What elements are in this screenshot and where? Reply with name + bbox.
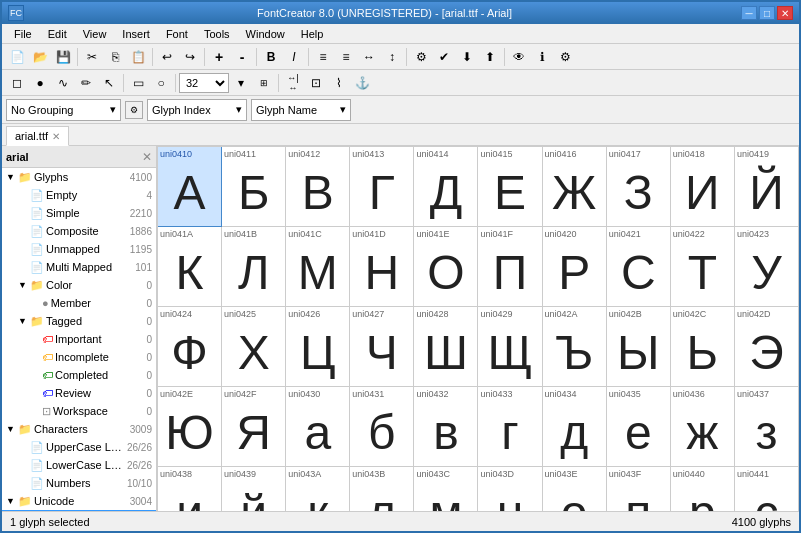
zoom-fit-btn[interactable]: ⊞ xyxy=(253,72,275,94)
glyph-cell[interactable]: uni0438 и xyxy=(158,467,222,511)
glyph-cell[interactable]: uni041B Л xyxy=(222,227,286,307)
flip-v-button[interactable]: ↕ xyxy=(381,46,403,68)
glyph-cell[interactable]: uni042A Ъ xyxy=(543,307,607,387)
glyph-cell[interactable]: uni043F п xyxy=(607,467,671,511)
glyph-cell[interactable]: uni042E Ю xyxy=(158,387,222,467)
glyph-cell[interactable]: uni0432 в xyxy=(414,387,478,467)
sidebar-item-tagged[interactable]: ▼ 📁 Tagged 0 xyxy=(2,312,156,330)
sidebar-item-member[interactable]: ● Member 0 xyxy=(2,294,156,312)
sidebar-item-numbers[interactable]: 📄 Numbers 10/10 xyxy=(2,474,156,492)
paste-button[interactable]: 📋 xyxy=(127,46,149,68)
glyph-cell[interactable]: uni0419 Й xyxy=(735,147,799,227)
glyphname-combo[interactable]: Glyph Name ▾ xyxy=(251,99,351,121)
menu-help[interactable]: Help xyxy=(293,26,332,42)
sidebar-item-workspace[interactable]: ⊡ Workspace 0 xyxy=(2,402,156,420)
glyph-cell[interactable]: uni0424 Ф xyxy=(158,307,222,387)
bold-button[interactable]: B xyxy=(260,46,282,68)
glyph-cell[interactable]: uni041D Н xyxy=(350,227,414,307)
glyph-cell[interactable]: uni043C м xyxy=(414,467,478,511)
menu-font[interactable]: Font xyxy=(158,26,196,42)
glyph-cell[interactable]: uni0430 а xyxy=(286,387,350,467)
zoom-select[interactable]: 32 xyxy=(179,73,229,93)
tab-close-btn[interactable]: ✕ xyxy=(52,131,60,142)
glyph-cell[interactable]: uni0440 р xyxy=(671,467,735,511)
align-center-button[interactable]: ≡ xyxy=(335,46,357,68)
glyph-cell[interactable]: uni041C М xyxy=(286,227,350,307)
glyph-cell[interactable]: uni0425 Х xyxy=(222,307,286,387)
sidebar-item-incomplete[interactable]: 🏷 Incomplete 0 xyxy=(2,348,156,366)
sidebar-item-unicode[interactable]: ▼ 📁 Unicode 3004 xyxy=(2,492,156,510)
grouping-combo[interactable]: No Grouping ▾ xyxy=(6,99,121,121)
glyph-cell[interactable]: uni0433 г xyxy=(478,387,542,467)
glyph-cell[interactable]: uni043E о xyxy=(543,467,607,511)
glyph-cell[interactable]: uni0412 В xyxy=(286,147,350,227)
glyph-cell[interactable]: uni0411 Б xyxy=(222,147,286,227)
glyph-cell[interactable]: uni0413 Г xyxy=(350,147,414,227)
close-button[interactable]: ✕ xyxy=(777,6,793,20)
menu-edit[interactable]: Edit xyxy=(40,26,75,42)
node-button[interactable]: ● xyxy=(29,72,51,94)
sidebar-item-completed[interactable]: 🏷 Completed 0 xyxy=(2,366,156,384)
save-button[interactable]: 💾 xyxy=(52,46,74,68)
sidebar-item-composite[interactable]: 📄 Composite 1886 xyxy=(2,222,156,240)
glyph-cell[interactable]: uni041E О xyxy=(414,227,478,307)
grouping-settings-btn[interactable]: ⚙ xyxy=(125,101,143,119)
transform-button[interactable]: ⊡ xyxy=(305,72,327,94)
glyph-cell[interactable]: uni042B Ы xyxy=(607,307,671,387)
glyph-cell[interactable]: uni0428 Ш xyxy=(414,307,478,387)
glyph-cell[interactable]: uni043D н xyxy=(478,467,542,511)
curve-button[interactable]: ∿ xyxy=(52,72,74,94)
undo-button[interactable]: ↩ xyxy=(156,46,178,68)
minimize-button[interactable]: ─ xyxy=(741,6,757,20)
glyph-cell[interactable]: uni0418 И xyxy=(671,147,735,227)
glyph-cell[interactable]: uni0423 У xyxy=(735,227,799,307)
tab-arialttf[interactable]: arial.ttf ✕ xyxy=(6,126,69,146)
glyph-cell[interactable]: uni0416 Ж xyxy=(543,147,607,227)
glyph-cell[interactable]: uni041F П xyxy=(478,227,542,307)
anchor-button[interactable]: ⚓ xyxy=(351,72,373,94)
glyph-cell[interactable]: uni042C Ь xyxy=(671,307,735,387)
sidebar-item-simple[interactable]: 📄 Simple 2210 xyxy=(2,204,156,222)
glyph-cell[interactable]: uni0415 Е xyxy=(478,147,542,227)
path-button[interactable]: ⌇ xyxy=(328,72,350,94)
glyph-cell[interactable]: uni0414 Д xyxy=(414,147,478,227)
sidebar-item-important[interactable]: 🏷 Important 0 xyxy=(2,330,156,348)
glyph-cell[interactable]: uni041A К xyxy=(158,227,222,307)
cut-button[interactable]: ✂ xyxy=(81,46,103,68)
menu-tools[interactable]: Tools xyxy=(196,26,238,42)
glyph-cell[interactable]: uni0435 е xyxy=(607,387,671,467)
redo-button[interactable]: ↪ xyxy=(179,46,201,68)
info-button[interactable]: ℹ xyxy=(531,46,553,68)
preview-button[interactable]: 👁 xyxy=(508,46,530,68)
sidebar-item-unmapped[interactable]: 📄 Unmapped 1195 xyxy=(2,240,156,258)
sidebar-item-lowercase[interactable]: 📄 LowerCase Letters 26/26 xyxy=(2,456,156,474)
glyph-area[interactable]: uni0410 А uni0411 Б uni0412 В uni0413 Г … xyxy=(157,146,799,511)
glyph-cell[interactable]: uni0434 д xyxy=(543,387,607,467)
menu-window[interactable]: Window xyxy=(238,26,293,42)
generate-button[interactable]: ⚙ xyxy=(410,46,432,68)
sidebar-item-color[interactable]: ▼ 📁 Color 0 xyxy=(2,276,156,294)
menu-insert[interactable]: Insert xyxy=(114,26,158,42)
glyphindex-combo[interactable]: Glyph Index ▾ xyxy=(147,99,247,121)
maximize-button[interactable]: □ xyxy=(759,6,775,20)
glyph-cell[interactable]: uni043A к xyxy=(286,467,350,511)
menu-view[interactable]: View xyxy=(75,26,115,42)
import-button[interactable]: ⬇ xyxy=(456,46,478,68)
ellipse-button[interactable]: ○ xyxy=(150,72,172,94)
zoom-out-button[interactable]: - xyxy=(231,46,253,68)
glyph-cell[interactable]: uni0422 Т xyxy=(671,227,735,307)
align-left-button[interactable]: ≡ xyxy=(312,46,334,68)
sidebar-item-empty[interactable]: 📄 Empty 4 xyxy=(2,186,156,204)
glyph-cell[interactable]: uni0426 Ц xyxy=(286,307,350,387)
sidebar-item-characters[interactable]: ▼ 📁 Characters 3009 xyxy=(2,420,156,438)
sidebar-close-btn[interactable]: ✕ xyxy=(142,150,152,164)
glyph-cell[interactable]: uni0410 А xyxy=(158,147,222,227)
sidebar-item-review[interactable]: 🏷 Review 0 xyxy=(2,384,156,402)
settings-button[interactable]: ⚙ xyxy=(554,46,576,68)
copy-button[interactable]: ⎘ xyxy=(104,46,126,68)
menu-file[interactable]: File xyxy=(6,26,40,42)
glyph-cell[interactable]: uni042F Я xyxy=(222,387,286,467)
rect-button[interactable]: ▭ xyxy=(127,72,149,94)
sidebar-item-uppercase[interactable]: 📄 UpperCase Letters 26/26 xyxy=(2,438,156,456)
flip-h-button[interactable]: ↔ xyxy=(358,46,380,68)
